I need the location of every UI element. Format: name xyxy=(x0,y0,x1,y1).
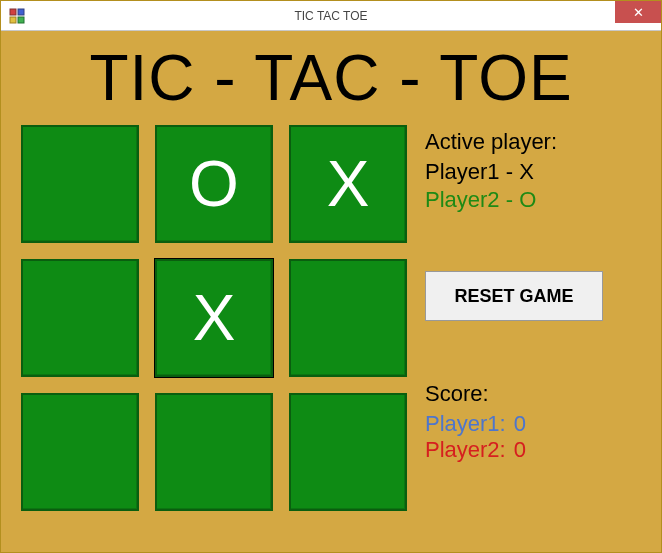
reset-game-button[interactable]: RESET GAME xyxy=(425,271,603,321)
player2-legend: Player2 - O xyxy=(425,187,641,213)
sidebar: Active player: Player1 - X Player2 - O R… xyxy=(425,125,641,532)
board-cell-4[interactable]: X xyxy=(155,259,273,377)
game-title: TIC - TAC - TOE xyxy=(21,41,641,115)
active-player-legend: Active player: Player1 - X Player2 - O xyxy=(425,129,641,213)
player1-score-row: Player1: 0 xyxy=(425,411,641,437)
app-window: TIC TAC TOE ✕ TIC - TAC - TOE O X X Acti… xyxy=(0,0,662,553)
board-cell-2[interactable]: X xyxy=(289,125,407,243)
player2-score-row: Player2: 0 xyxy=(425,437,641,463)
player2-score-value: 0 xyxy=(514,437,526,463)
player1-score-label: Player1: xyxy=(425,411,506,437)
board-cell-8[interactable] xyxy=(289,393,407,511)
player2-score-label: Player2: xyxy=(425,437,506,463)
score-panel: Score: Player1: 0 Player2: 0 xyxy=(425,381,641,463)
board-cell-1[interactable]: O xyxy=(155,125,273,243)
active-player-heading: Active player: xyxy=(425,129,641,155)
close-button[interactable]: ✕ xyxy=(615,1,661,23)
client-area: TIC - TAC - TOE O X X Active player: Pla… xyxy=(1,31,661,552)
player1-score-value: 0 xyxy=(514,411,526,437)
board-cell-0[interactable] xyxy=(21,125,139,243)
player1-legend: Player1 - X xyxy=(425,159,641,185)
main-area: O X X Active player: Player1 - X Player2… xyxy=(21,125,641,532)
titlebar: TIC TAC TOE ✕ xyxy=(1,1,661,31)
board-cell-7[interactable] xyxy=(155,393,273,511)
window-title: TIC TAC TOE xyxy=(1,9,661,23)
board-cell-3[interactable] xyxy=(21,259,139,377)
close-icon: ✕ xyxy=(633,5,644,20)
game-board: O X X xyxy=(21,125,407,532)
board-cell-5[interactable] xyxy=(289,259,407,377)
score-heading: Score: xyxy=(425,381,641,407)
board-cell-6[interactable] xyxy=(21,393,139,511)
